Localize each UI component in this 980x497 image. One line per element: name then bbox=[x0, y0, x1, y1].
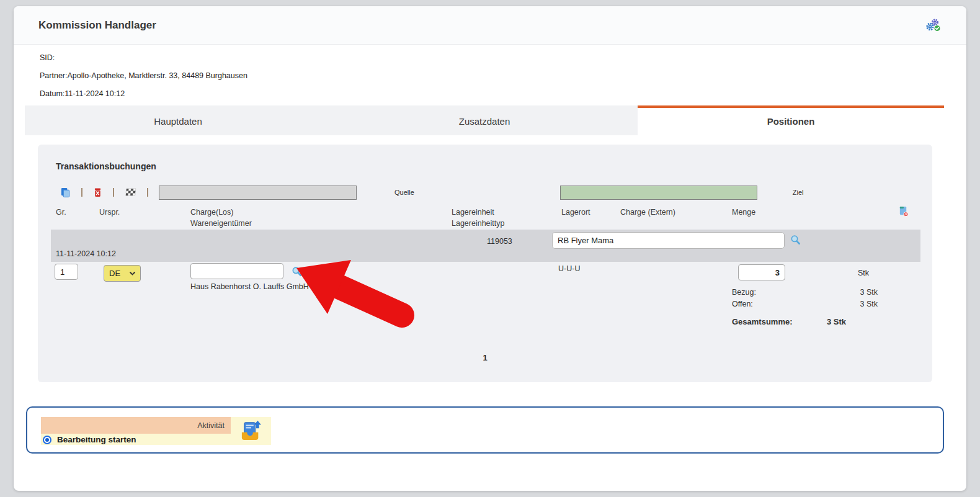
gesamtsumme-value: 3 Stk bbox=[795, 317, 846, 326]
section-title: Transaktionsbuchungen bbox=[56, 161, 156, 171]
partner-line: Partner:Apollo-Apotheke, Marktlerstr. 33… bbox=[40, 71, 247, 80]
charge-search-icon[interactable] bbox=[292, 266, 302, 279]
finish-checkered-flag-icon[interactable] bbox=[125, 188, 136, 197]
sid-label: SID: bbox=[40, 53, 247, 62]
col-header-menge: Menge bbox=[732, 207, 755, 218]
bezug-label: Bezug: bbox=[732, 288, 756, 297]
quelle-label: Quelle bbox=[394, 189, 414, 196]
aktivitaet-label: Aktivität bbox=[197, 421, 225, 430]
bezug-value: 3 Stk bbox=[819, 288, 878, 297]
bearbeitung-starten-option[interactable]: Bearbeitung starten bbox=[43, 435, 136, 444]
start-processing-outbox-icon[interactable] bbox=[241, 419, 262, 445]
col-header-lagerort: Lagerort bbox=[561, 207, 590, 218]
ziel-label: Ziel bbox=[793, 189, 804, 196]
offen-value: 3 Stk bbox=[819, 300, 878, 308]
copy-documents-icon[interactable] bbox=[60, 187, 71, 198]
chevron-down-icon bbox=[130, 272, 135, 275]
activity-panel: Aktivität Bearbeitung starten bbox=[41, 417, 271, 445]
row-timestamp: 11-11-2024 10:12 bbox=[56, 249, 116, 258]
charge-los-input[interactable] bbox=[190, 263, 283, 279]
urspr-select[interactable]: DE bbox=[104, 265, 141, 282]
tab-positionen[interactable]: Positionen bbox=[638, 105, 944, 135]
toolbar: Quelle Ziel bbox=[60, 184, 804, 200]
urspr-selected-value: DE bbox=[109, 269, 120, 278]
gesamtsumme-label: Gesamtsumme: bbox=[732, 317, 793, 326]
ziel-input[interactable] bbox=[560, 186, 757, 200]
col-header-urspr: Urspr. bbox=[99, 207, 120, 218]
datum-line: Datum:11-11-2024 10:12 bbox=[40, 89, 247, 98]
lagereinheit-value: 119053 bbox=[487, 237, 512, 246]
pagination-page-1[interactable]: 1 bbox=[38, 353, 932, 362]
radio-selected-icon[interactable] bbox=[43, 436, 51, 444]
quelle-input[interactable] bbox=[159, 186, 357, 200]
col-header-gr: Gr. bbox=[56, 207, 66, 218]
tab-zusatzdaten[interactable]: Zusatzdaten bbox=[331, 105, 638, 135]
document-remove-icon[interactable] bbox=[898, 205, 909, 217]
document-info: SID: Partner:Apollo-Apotheke, Marktlerst… bbox=[40, 53, 247, 107]
tab-bar: Hauptdaten Zusatzdaten Positionen bbox=[25, 105, 944, 135]
gr-input[interactable] bbox=[55, 264, 78, 280]
menge-input[interactable] bbox=[738, 264, 785, 280]
aktivitaet-button[interactable]: Aktivität bbox=[41, 417, 231, 434]
positions-panel: Transaktionsbuchungen bbox=[38, 145, 932, 382]
toolbar-separator bbox=[113, 188, 114, 197]
activity-box: Aktivität Bearbeitung starten bbox=[26, 406, 944, 454]
unit-label: Stk bbox=[858, 269, 869, 277]
services-gears-icon[interactable] bbox=[925, 18, 942, 33]
col-header-charge-los: Charge(Los) Wareneigentümer bbox=[190, 207, 252, 229]
page-title: Kommission Handlager bbox=[38, 19, 156, 32]
lagereinheittyp-value: U-U-U bbox=[558, 264, 580, 273]
lagerort-search-icon[interactable] bbox=[790, 235, 801, 248]
toolbar-separator bbox=[147, 188, 148, 197]
title-bar: Kommission Handlager bbox=[14, 6, 966, 45]
wareneigentuemer-value: Haus Rabenhorst O. Lauffs GmbH & Co. KG bbox=[190, 282, 344, 291]
tab-hauptdaten[interactable]: Hauptdaten bbox=[25, 105, 331, 135]
lagerort-input[interactable] bbox=[552, 232, 785, 249]
radio-label: Bearbeitung starten bbox=[57, 435, 136, 444]
transaction-row-selected[interactable]: 119053 11-11-2024 10:12 bbox=[51, 230, 920, 262]
col-header-charge-extern: Charge (Extern) bbox=[620, 207, 675, 218]
app-window: Kommission Handlager SID: Partner:Apollo… bbox=[14, 6, 966, 491]
delete-trash-icon[interactable] bbox=[93, 187, 102, 198]
toolbar-separator bbox=[81, 188, 82, 197]
offen-label: Offen: bbox=[732, 300, 753, 308]
col-header-lagereinheit: Lagereinheit Lagereinheittyp bbox=[452, 207, 504, 229]
